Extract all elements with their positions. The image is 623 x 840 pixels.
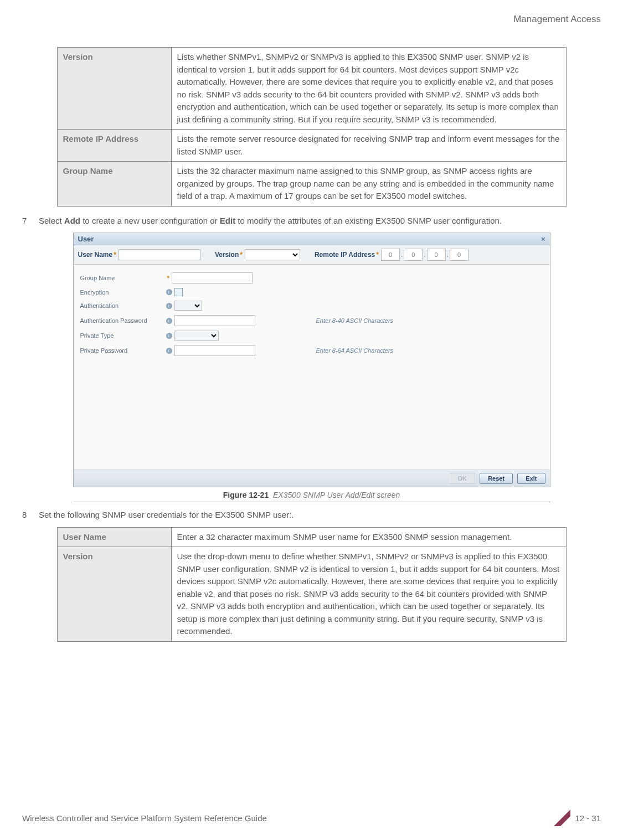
auth-password-label: Authentication Password [80,317,166,324]
definitions-table-1: Version Lists whether SNMPv1, SNMPv2 or … [57,47,567,207]
step-number: 8 [22,509,39,522]
definitions-table-2: User Name Enter a 32 character maximum S… [57,527,567,642]
version-select[interactable] [245,249,300,260]
authentication-label: Authentication [80,302,166,309]
remote-ip-label: Remote IP Address* [315,251,379,259]
row-label: Version [57,48,171,130]
version-label: Version* [215,251,243,259]
row-label: Remote IP Address [57,130,171,162]
private-password-label: Private Password [80,347,166,354]
info-icon: i [166,318,172,324]
step-8: 8 Set the following SNMP user credential… [22,509,601,522]
table-row: User Name Enter a 32 character maximum S… [57,527,566,547]
step-body: Set the following SNMP user credentials … [39,509,601,522]
row-desc: Enter a 32 character maximum SNMP user n… [171,527,566,547]
reset-button[interactable]: Reset [480,473,513,484]
dialog-title: User [78,235,94,243]
row-label: Version [57,547,171,642]
header-section: Management Access [22,14,601,25]
auth-password-input[interactable] [174,315,255,326]
step-number: 7 [22,215,39,228]
table-row: Remote IP Address Lists the remote serve… [57,130,566,162]
private-password-hint: Enter 8-64 ASCII Characters [316,347,394,354]
private-type-label: Private Type [80,332,166,339]
auth-password-hint: Enter 8-40 ASCII Characters [316,317,394,324]
row-desc: Lists whether SNMPv1, SNMPv2 or SNMPv3 i… [171,48,566,130]
table-row: Group Name Lists the 32 character maximu… [57,162,566,207]
encryption-checkbox[interactable] [174,288,183,296]
private-password-input[interactable] [174,345,255,356]
remote-ip-input[interactable]: . . . [381,249,468,261]
row-label: User Name [57,527,171,547]
info-icon: i [166,348,172,354]
row-desc: Lists the remote server resource designa… [171,130,566,162]
authentication-select[interactable] [174,301,202,311]
info-icon: i [166,289,172,295]
user-dialog: User × User Name* Version* Remote IP Add… [73,233,550,487]
info-icon: i [166,303,172,309]
row-desc: Use the drop-down menu to define whether… [171,547,566,642]
footer-left: Wireless Controller and Service Platform… [22,813,267,823]
info-icon: i [166,333,172,339]
page-corner-icon [554,810,570,826]
group-name-label: Group Name [80,275,166,281]
table-row: Version Use the drop-down menu to define… [57,547,566,642]
row-label: Group Name [57,162,171,207]
user-name-input[interactable] [119,249,200,260]
table-row: Version Lists whether SNMPv1, SNMPv2 or … [57,48,566,130]
step-7: 7 Select Add to create a new user config… [22,215,601,228]
user-name-label: User Name* [78,251,116,259]
step-body: Select Add to create a new user configur… [39,215,601,228]
close-icon[interactable]: × [541,235,545,243]
group-name-input[interactable] [172,272,253,284]
add-keyword: Add [64,216,80,225]
encryption-label: Encryption [80,289,166,296]
figure-caption: Figure 12-21 EX3500 SNMP User Add/Edit s… [74,491,550,502]
ok-button[interactable]: OK [450,473,476,484]
exit-button[interactable]: Exit [517,473,545,484]
private-type-select[interactable] [174,331,219,341]
edit-keyword: Edit [220,216,235,225]
row-desc: Lists the 32 character maximum name assi… [171,162,566,207]
footer-right: 12 - 31 [554,810,601,826]
